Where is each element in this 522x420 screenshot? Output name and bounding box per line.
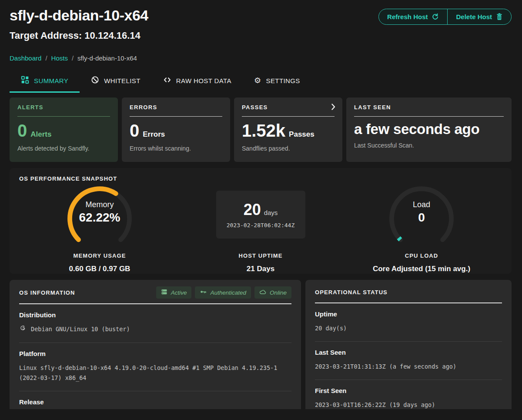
- host-detail-page: sfly-d-debian-10-x64 Target Address: 10.…: [0, 0, 522, 409]
- performance-grid: Memory 62.22% MEMORY USAGE 0.60 GB / 0.9…: [19, 184, 502, 273]
- errors-value: 0: [130, 122, 139, 139]
- breadcrumb-separator: /: [72, 54, 74, 62]
- uptime-label: Uptime: [315, 310, 502, 318]
- tab-raw-host-data-label: RAW HOST DATA: [176, 77, 231, 84]
- cloud-icon: [259, 289, 266, 296]
- uptime-value: 20 day(s): [315, 323, 347, 333]
- refresh-icon: [432, 13, 439, 20]
- passes-value: 1.52k: [242, 122, 285, 139]
- alerts-unit: Alerts: [30, 131, 51, 138]
- passes-card[interactable]: PASSES 1.52k Passes Sandflies passed.: [234, 97, 342, 162]
- tab-whitelist[interactable]: WHITELIST: [80, 76, 152, 93]
- host-uptime-caption: HOST UPTIME: [239, 252, 283, 259]
- tab-summary[interactable]: SUMMARY: [10, 76, 80, 93]
- last-seen-card: LAST SEEN a few seconds ago Last Success…: [346, 97, 512, 162]
- errors-card: ERRORS 0 Errors Errors whilst scanning.: [122, 97, 230, 162]
- page-title: sfly-d-debian-10-x64: [10, 7, 148, 24]
- gear-icon: ⚙: [254, 77, 261, 84]
- code-icon: [163, 76, 171, 85]
- cpu-load-column: Load 0 CPU LOAD Core Adjusted (15 min av…: [341, 184, 502, 273]
- host-action-buttons: Refresh Host Delete Host: [378, 9, 512, 25]
- distribution-row: Distribution Debian GNU/Linux 10 (buster…: [19, 304, 291, 343]
- cpu-load-caption: CPU LOAD: [405, 252, 438, 259]
- cpu-gauge-value: 0: [385, 211, 458, 225]
- online-badge: Online: [254, 286, 291, 299]
- active-badge-label: Active: [171, 289, 187, 296]
- card-divider: [242, 116, 335, 117]
- tab-summary-label: SUMMARY: [34, 77, 68, 84]
- breadcrumb-dashboard-link[interactable]: Dashboard: [10, 54, 41, 62]
- platform-value: Linux sfly-d-debian-10-x64 4.19.0-20-clo…: [19, 363, 291, 383]
- os-performance-title: OS PERFORMANCE SNAPSHOT: [19, 175, 502, 182]
- cpu-load-detail: Core Adjusted (15 min avg.): [373, 265, 470, 273]
- host-status-badges: Active Authenticated: [156, 286, 291, 299]
- delete-host-button[interactable]: Delete Host: [447, 9, 511, 24]
- passes-count: 1.52k Passes: [242, 122, 335, 139]
- errors-unit: Errors: [143, 131, 165, 138]
- operational-status-title: OPERATIONAL STATUS: [315, 289, 388, 296]
- header-titles: sfly-d-debian-10-x64 Target Address: 10.…: [10, 7, 148, 41]
- release-row: Release 4.19.0-20-cloud-amd64: [19, 391, 291, 409]
- refresh-host-label: Refresh Host: [387, 13, 428, 20]
- os-information-panel: OS INFORMATION Active: [10, 280, 301, 409]
- last-seen-description: Last Successful Scan.: [354, 142, 504, 149]
- key-icon: [200, 289, 207, 296]
- online-badge-label: Online: [270, 289, 287, 296]
- cpu-gauge-label: Load: [385, 200, 458, 209]
- trash-icon: [496, 13, 503, 20]
- last-seen-card-title: LAST SEEN: [354, 104, 504, 111]
- authenticated-badge-label: Authenticated: [210, 289, 246, 296]
- tab-raw-host-data[interactable]: RAW HOST DATA: [152, 76, 243, 93]
- uptime-row: Uptime 20 day(s): [315, 303, 502, 342]
- memory-gauge-label: Memory: [63, 200, 137, 209]
- memory-usage-caption: MEMORY USAGE: [74, 252, 126, 259]
- memory-gauge: Memory 62.22%: [63, 184, 137, 245]
- errors-description: Errors whilst scanning.: [130, 145, 222, 152]
- authenticated-badge: Authenticated: [195, 286, 251, 299]
- memory-usage-column: Memory 62.22% MEMORY USAGE 0.60 GB / 0.9…: [19, 184, 180, 273]
- passes-unit: Passes: [289, 131, 315, 138]
- memory-usage-detail: 0.60 GB / 0.97 GB: [69, 265, 130, 273]
- uptime-days-unit: days: [264, 209, 278, 216]
- alerts-card: ALERTS 0 Alerts Alerts detected by Sandf…: [10, 97, 118, 162]
- ban-icon: [91, 76, 99, 85]
- release-label: Release: [19, 398, 291, 406]
- tab-settings[interactable]: ⚙ SETTINGS: [243, 76, 311, 93]
- card-divider: [130, 116, 222, 117]
- first-seen-timestamp: 2023-03-01T16:26:22Z (19 days ago): [315, 400, 435, 409]
- platform-label: Platform: [19, 350, 291, 357]
- host-uptime-box: 20 days 2023-02-28T06:02:44Z: [216, 191, 305, 239]
- passes-card-title: PASSES: [242, 104, 335, 111]
- alerts-card-title: ALERTS: [17, 104, 110, 111]
- stat-cards-row: ALERTS 0 Alerts Alerts detected by Sandf…: [10, 97, 512, 162]
- alerts-description: Alerts detected by Sandfly.: [17, 145, 110, 152]
- os-information-title: OS INFORMATION: [19, 289, 75, 296]
- card-divider: [17, 116, 110, 117]
- active-badge: Active: [156, 286, 192, 299]
- tab-settings-label: SETTINGS: [266, 77, 300, 84]
- last-seen-value: a few seconds ago: [354, 122, 504, 136]
- distribution-value: Debian GNU/Linux 10 (buster): [31, 324, 130, 334]
- memory-gauge-value: 62.22%: [63, 211, 137, 225]
- distribution-label: Distribution: [19, 311, 291, 319]
- alerts-count: 0 Alerts: [17, 122, 110, 139]
- refresh-host-button[interactable]: Refresh Host: [379, 9, 447, 24]
- alerts-value: 0: [17, 122, 27, 139]
- passes-description: Sandflies passed.: [242, 145, 335, 152]
- last-seen-row: Last Seen 2023-03-21T01:31:13Z (a few se…: [315, 342, 502, 380]
- uptime-days-value: 20: [244, 201, 261, 219]
- host-uptime-column: 20 days 2023-02-28T06:02:44Z HOST UPTIME…: [180, 184, 341, 273]
- errors-count: 0 Errors: [130, 122, 222, 139]
- first-seen-label: First Seen: [315, 387, 502, 394]
- errors-card-title: ERRORS: [130, 104, 222, 111]
- os-performance-panel: OS PERFORMANCE SNAPSHOT Memory 62.22%: [10, 168, 512, 274]
- chevron-right-icon[interactable]: [331, 104, 335, 112]
- host-uptime-detail: 21 Days: [247, 265, 274, 273]
- last-seen-timestamp: 2023-03-21T01:31:13Z (a few seconds ago): [315, 362, 456, 372]
- tab-whitelist-label: WHITELIST: [104, 77, 141, 84]
- uptime-boot-timestamp: 2023-02-28T06:02:44Z: [227, 222, 295, 228]
- dashboard-grid-icon: [21, 76, 29, 85]
- breadcrumb-current: sfly-d-debian-10-x64: [77, 54, 137, 62]
- breadcrumb-hosts-link[interactable]: Hosts: [51, 54, 68, 62]
- delete-host-label: Delete Host: [456, 13, 492, 20]
